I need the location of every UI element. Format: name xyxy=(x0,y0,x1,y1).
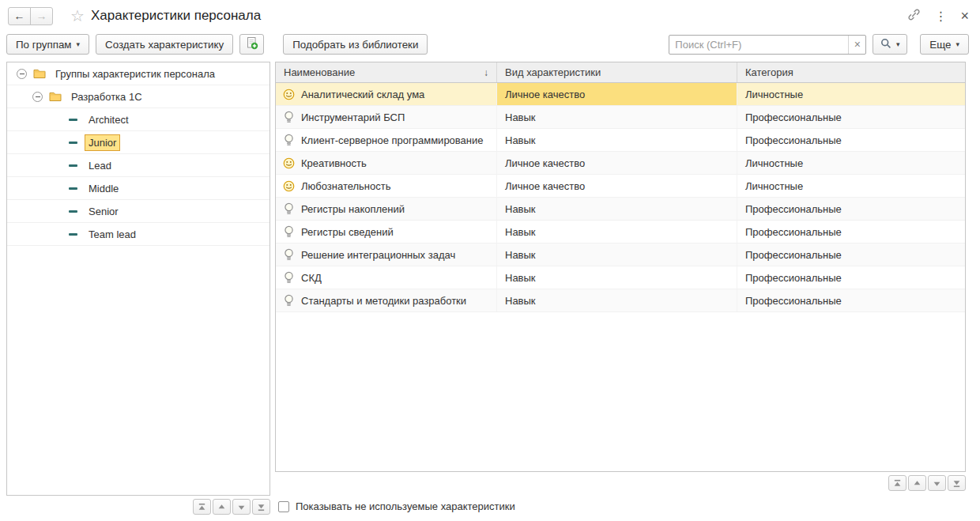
column-header-name[interactable]: Наименование ↓ xyxy=(276,62,497,82)
table-row[interactable]: Регистры накоплений Навык Профессиональн… xyxy=(276,198,965,221)
row-name: Регистры сведений xyxy=(301,226,394,238)
column-header-name-label: Наименование xyxy=(284,66,355,78)
folder-icon xyxy=(33,69,46,79)
new-document-icon xyxy=(245,36,258,52)
search-box xyxy=(669,35,866,55)
tree-item[interactable]: Team lead xyxy=(7,223,270,246)
page-down-button[interactable] xyxy=(928,475,946,491)
dash-icon xyxy=(69,233,77,236)
tree-item[interactable]: Senior xyxy=(7,200,270,223)
row-name: Любознательность xyxy=(301,180,391,192)
tree-item[interactable]: Architect xyxy=(7,108,270,131)
more-label: Еще xyxy=(929,39,951,51)
smiley-icon xyxy=(282,180,295,192)
table-row[interactable]: Креативность Личное качество Личностные xyxy=(276,152,965,175)
table-pager xyxy=(888,475,966,491)
table-row[interactable]: Регистры сведений Навык Профессиональные xyxy=(276,221,965,244)
page-down-button[interactable] xyxy=(232,499,251,515)
row-category: Профессиональные xyxy=(737,266,965,289)
row-kind: Личное качество xyxy=(497,175,737,197)
collapse-toggle-icon[interactable] xyxy=(17,69,27,79)
go-first-button[interactable] xyxy=(888,475,906,491)
row-kind: Личное качество xyxy=(497,83,737,105)
tree-group-label: Разработка 1С xyxy=(67,89,146,105)
search-input[interactable] xyxy=(669,36,848,54)
page-up-button[interactable] xyxy=(908,475,926,491)
more-button[interactable]: Еще xyxy=(920,34,969,55)
tree-item-label: Junior xyxy=(85,134,120,151)
collapse-toggle-icon[interactable] xyxy=(32,92,43,102)
table-header: Наименование ↓ Вид характеристики Катего… xyxy=(276,62,965,83)
dash-icon xyxy=(69,119,77,121)
tree-item-label: Lead xyxy=(85,157,115,174)
row-kind: Навык xyxy=(497,244,737,266)
row-name: Решение интеграционных задач xyxy=(301,249,455,261)
row-category: Профессиональные xyxy=(737,289,965,311)
by-groups-label: По группам xyxy=(16,39,72,51)
row-name: Регистры накоплений xyxy=(301,203,405,215)
link-icon[interactable] xyxy=(907,8,921,24)
row-category: Профессиональные xyxy=(737,106,965,128)
forward-arrow-icon[interactable] xyxy=(30,7,53,25)
tree-item[interactable]: Middle xyxy=(7,177,270,200)
column-header-kind[interactable]: Вид характеристики xyxy=(497,62,737,82)
show-unused-checkbox[interactable] xyxy=(278,501,289,512)
pick-from-library-button[interactable]: Подобрать из библиотеки xyxy=(283,34,428,55)
kebab-menu-icon[interactable] xyxy=(934,9,947,24)
tree-leaf-list: Architect Junior Lead Middle Senior xyxy=(7,108,270,246)
table-row[interactable]: СКД Навык Профессиональные xyxy=(276,266,965,289)
row-kind: Навык xyxy=(497,129,737,151)
row-kind: Навык xyxy=(497,266,737,289)
row-kind: Навык xyxy=(497,221,737,243)
search-settings-button[interactable] xyxy=(873,34,907,55)
row-category: Личностные xyxy=(737,83,965,105)
row-kind: Навык xyxy=(497,289,737,311)
tree-item[interactable]: Junior xyxy=(7,131,270,154)
dash-icon xyxy=(69,187,77,190)
page-up-button[interactable] xyxy=(213,499,231,515)
new-document-button[interactable] xyxy=(239,34,264,55)
tree-panel: Группы характеристик персонала Разработк… xyxy=(6,62,270,496)
bulb-icon xyxy=(282,202,295,215)
go-last-button[interactable] xyxy=(252,499,270,515)
characteristics-list-panel: Наименование ↓ Вид характеристики Катего… xyxy=(275,62,966,472)
column-header-category[interactable]: Категория xyxy=(737,62,965,82)
tree-item[interactable]: Lead xyxy=(7,154,270,177)
window-header: Характеристики персонала xyxy=(0,0,980,32)
clear-icon[interactable] xyxy=(848,36,865,54)
table-row[interactable]: Аналитический склад ума Личное качество … xyxy=(276,83,965,106)
table-row[interactable]: Решение интеграционных задач Навык Профе… xyxy=(276,244,965,266)
tree-item-label: Architect xyxy=(85,111,133,128)
dash-icon xyxy=(69,210,77,213)
row-category: Профессиональные xyxy=(737,244,965,266)
nav-history-group xyxy=(8,7,53,25)
table-row[interactable]: Клиент-серверное программирование Навык … xyxy=(276,129,965,152)
column-header-kind-label: Вид характеристики xyxy=(505,66,601,78)
tree-group-item[interactable]: Разработка 1С xyxy=(7,85,270,108)
close-icon[interactable] xyxy=(960,9,969,23)
dash-icon xyxy=(69,142,77,144)
star-icon[interactable] xyxy=(70,6,85,25)
table-row[interactable]: Инструментарий БСП Навык Профессиональны… xyxy=(276,106,965,129)
row-kind: Навык xyxy=(497,106,737,128)
table-body: Аналитический склад ума Личное качество … xyxy=(276,83,965,312)
go-last-button[interactable] xyxy=(948,475,966,491)
sort-desc-icon: ↓ xyxy=(484,67,488,78)
bulb-icon xyxy=(282,225,295,238)
back-arrow-icon[interactable] xyxy=(8,7,31,25)
chevron-down-icon xyxy=(956,40,959,48)
tree-root-item[interactable]: Группы характеристик персонала xyxy=(7,62,270,85)
bulb-icon xyxy=(282,271,295,284)
row-name: Креативность xyxy=(301,157,367,169)
row-category: Профессиональные xyxy=(737,198,965,220)
row-category: Личностные xyxy=(737,175,965,197)
table-row[interactable]: Стандарты и методики разработки Навык Пр… xyxy=(276,289,965,312)
tree-root-label: Группы характеристик персонала xyxy=(51,66,219,82)
row-category: Профессиональные xyxy=(737,221,965,243)
tree-item-label: Team lead xyxy=(85,226,140,243)
by-groups-button[interactable]: По группам xyxy=(6,34,89,55)
table-row[interactable]: Любознательность Личное качество Личност… xyxy=(276,175,965,198)
smiley-icon xyxy=(282,157,295,169)
go-first-button[interactable] xyxy=(193,499,211,515)
create-characteristic-button[interactable]: Создать характеристику xyxy=(96,34,233,55)
